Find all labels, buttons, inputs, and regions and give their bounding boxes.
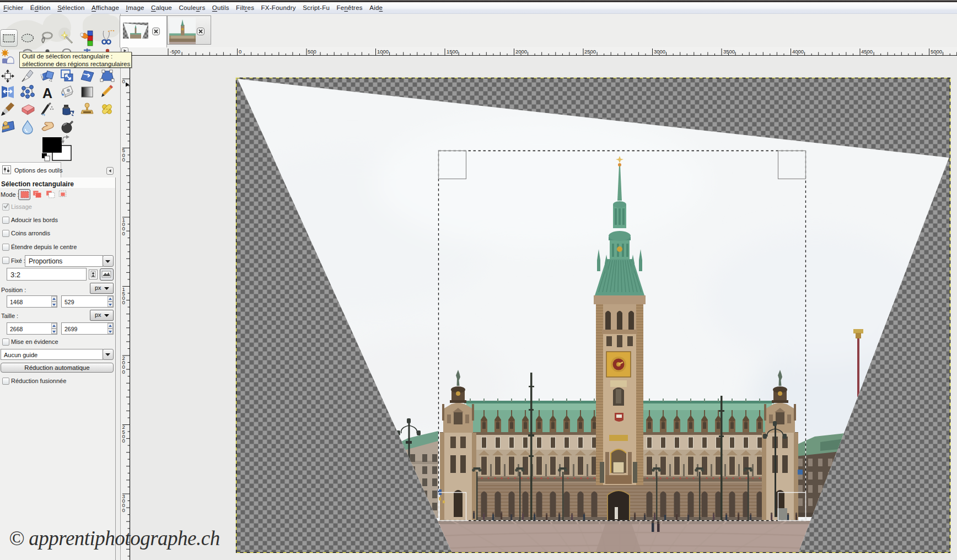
svg-text:1000: 1000 <box>377 49 389 55</box>
svg-text:4500: 4500 <box>861 49 873 55</box>
svg-text:1500: 1500 <box>447 49 458 55</box>
svg-text:2500: 2500 <box>584 49 596 55</box>
svg-text:4000: 4000 <box>792 49 804 55</box>
svg-text:3500: 3500 <box>723 49 735 55</box>
svg-text:3000: 3000 <box>654 49 665 55</box>
svg-text:0: 0 <box>122 157 125 163</box>
svg-text:2000: 2000 <box>515 49 527 55</box>
svg-text:0: 0 <box>122 507 125 513</box>
svg-text:0: 0 <box>239 49 241 55</box>
svg-text:0: 0 <box>122 369 125 375</box>
svg-text:5000: 5000 <box>931 49 942 55</box>
svg-text:500: 500 <box>308 49 316 55</box>
svg-text:-500: -500 <box>170 49 180 55</box>
svg-text:A: A <box>42 85 52 101</box>
svg-text:0: 0 <box>122 438 125 444</box>
svg-text:0: 0 <box>122 299 125 305</box>
svg-text:0: 0 <box>122 78 125 84</box>
svg-text:0: 0 <box>122 230 125 236</box>
